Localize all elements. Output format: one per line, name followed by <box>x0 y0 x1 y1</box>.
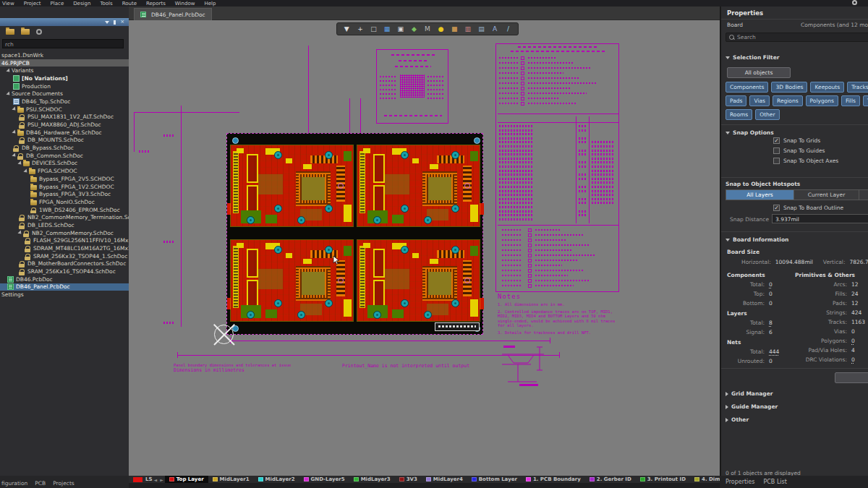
section-other[interactable]: Other <box>726 416 749 423</box>
tree-item[interactable]: DB46_Top.SchDoc <box>0 98 129 106</box>
projects-settings-icon[interactable] <box>36 29 42 35</box>
menu-item-window[interactable]: Window <box>175 1 195 7</box>
stat-value[interactable]: 8 <box>765 318 793 328</box>
board-3d-icon[interactable]: ▦ <box>381 25 393 33</box>
layer-tab-midlayer3[interactable]: MidLayer3 <box>349 476 395 483</box>
filter-button-pads[interactable]: Pads <box>726 95 746 106</box>
filter-icon[interactable]: ▼ <box>341 25 352 33</box>
checkbox-snap-to-guides[interactable] <box>773 147 780 154</box>
layer-tab-gnd-layer5[interactable]: GND-Layer5 <box>299 476 349 483</box>
layer-tab-2-gerber-id[interactable]: 2. Gerber ID <box>585 476 636 483</box>
filter-button-fills[interactable]: Fills <box>841 95 860 106</box>
expand-arrow-icon[interactable] <box>6 68 11 73</box>
tree-item[interactable]: [No Variations] <box>0 74 129 82</box>
tree-item[interactable]: PSU.SCHDOC <box>0 106 129 114</box>
tree-item[interactable]: DB46_Panel.PcbDoc <box>0 283 129 291</box>
route-icon[interactable]: ◆ <box>408 25 420 33</box>
highlight-icon[interactable]: ● <box>435 25 447 33</box>
dock-tab-projects[interactable]: Projects <box>53 480 75 487</box>
menu-item-route[interactable]: Route <box>122 1 137 7</box>
tree-item[interactable]: SRAM_256Kx32_TSOP44_1.SchDoc <box>0 252 129 260</box>
snap-board-outline-row[interactable]: ✓ Snap To Board Outline <box>773 205 843 211</box>
panel-close-icon[interactable]: × <box>120 20 124 25</box>
add-project-icon[interactable] <box>21 29 30 35</box>
dock-tab-pcb[interactable]: PCB <box>35 480 46 487</box>
filter-button-rooms[interactable]: Rooms <box>726 109 752 120</box>
checkbox-snap-to-grids[interactable]: ✓ <box>773 137 780 144</box>
dimension-icon[interactable]: M <box>422 25 433 33</box>
select-area-icon[interactable]: □ <box>368 25 380 33</box>
tree-item[interactable]: DB_Common.SchDoc <box>0 152 129 160</box>
expand-arrow-icon[interactable] <box>6 91 11 96</box>
dock-tab-figuration[interactable]: figuration <box>1 480 27 487</box>
tree-item[interactable]: DB_Bypass.SchDoc <box>0 144 129 152</box>
filter-button-3d-bodies[interactable]: 3D Bodies <box>771 82 807 93</box>
tree-item[interactable]: DB46.PcbDoc <box>0 275 129 283</box>
layer-tab-midlayer4[interactable]: MidLayer4 <box>422 476 467 483</box>
tree-item[interactable]: Bypass_FPGA_1V2.SCHDOC <box>0 183 129 191</box>
panel-dropdown-icon[interactable] <box>105 21 109 24</box>
move-icon[interactable]: + <box>354 25 366 33</box>
menu-item-reports[interactable]: Reports <box>146 1 166 7</box>
reports-button[interactable]: Re <box>835 372 868 383</box>
checkbox-board-outline[interactable]: ✓ <box>773 205 780 211</box>
tree-item[interactable]: PSU_MAX1831_1V2_ALT.SchDoc <box>0 114 129 121</box>
section-guide-manager[interactable]: Guide Manager <box>726 403 778 410</box>
filter-button-keepouts[interactable]: Keepouts <box>810 82 844 93</box>
expand-arrow-icon[interactable] <box>12 107 17 112</box>
tree-item[interactable]: NB2_CommonMemory.SchDoc <box>0 229 129 237</box>
snap-checkbox-row[interactable]: Snap To Guides <box>773 147 825 154</box>
line-icon[interactable]: / <box>503 25 514 33</box>
expand-arrow-icon[interactable] <box>23 168 28 174</box>
drawing-area[interactable]: ▼+□▦▣◆M●■▥▤A/ Notes1. All dimensions are… <box>129 20 720 476</box>
tree-item[interactable]: SDRAM_MT48LC16M16A2TG_16Mx32.1 <box>0 244 129 252</box>
dock-tab-properties[interactable]: Properties <box>726 479 754 485</box>
section-selection-filter[interactable]: Selection Filter <box>726 54 780 61</box>
tree-item[interactable]: Production <box>0 82 129 90</box>
text-icon[interactable]: A <box>489 25 501 33</box>
document-tab[interactable]: DB46_Panel.PcbDoc <box>134 8 212 20</box>
filter-button-text[interactable]: Text <box>863 95 868 106</box>
menu-item-project[interactable]: Project <box>24 1 41 7</box>
layer-scroll-right-icon[interactable]: ► <box>160 477 163 482</box>
section-board-information[interactable]: Board Information <box>726 236 788 243</box>
snap-distance-input[interactable]: 3.937mil <box>772 214 868 223</box>
segment-current-layer[interactable]: Current Layer <box>794 189 859 200</box>
stat-value[interactable]: 0 <box>847 336 868 346</box>
stat-value[interactable]: 0 <box>765 280 793 289</box>
expand-arrow-icon[interactable] <box>12 130 17 135</box>
expand-arrow-icon[interactable] <box>17 231 22 236</box>
layer-stack-icon[interactable]: ■ <box>448 25 460 33</box>
gear-icon[interactable] <box>852 0 857 5</box>
tree-item[interactable]: DB46_Hardware_Kit.SchDoc <box>0 129 129 137</box>
layer-tab-midlayer1[interactable]: MidLayer1 <box>208 476 254 483</box>
measure-icon[interactable]: ▤ <box>475 25 487 33</box>
filter-button-polygons[interactable]: Polygons <box>806 95 838 106</box>
fill-icon[interactable]: ▣ <box>395 25 407 33</box>
layer-tab-top-layer[interactable]: Top Layer <box>165 476 208 483</box>
expand-arrow-icon[interactable] <box>12 153 17 158</box>
tree-item[interactable]: Settings <box>0 291 129 299</box>
snap-checkbox-row[interactable]: Snap To Object Axes <box>773 158 838 164</box>
tree-item[interactable]: 1WB_DS2406_EPROM.SchDoc <box>0 206 129 214</box>
layer-set-button[interactable]: LS <box>145 476 153 482</box>
tree-item[interactable]: Bypass_FPGA_2V5.SCHDOC <box>0 175 129 183</box>
filter-button-components[interactable]: Components <box>726 82 768 93</box>
tree-item[interactable]: PSU_MAX8860_ADJ.SchDoc <box>0 121 129 129</box>
tree-item[interactable]: NB2_CommonMemory_Termination.SchD <box>0 213 129 221</box>
layer-tab-4-dimensions[interactable]: 4. Dimensions <box>690 476 720 483</box>
properties-search-input[interactable]: Search <box>726 33 868 42</box>
tree-item[interactable]: DB_LEDS.SchDoc <box>0 221 129 229</box>
layer-tab-3v3[interactable]: 3V3 <box>395 476 422 483</box>
checkbox-snap-to-object-axes[interactable] <box>773 158 780 164</box>
segment-all-layers[interactable]: All Layers <box>726 189 794 200</box>
tree-item[interactable]: SRAM_256Kx16_TSOP44.SchDoc <box>0 267 129 275</box>
expand-arrow-icon[interactable] <box>17 160 22 166</box>
dock-tab-pcb-list[interactable]: PCB List <box>763 479 786 485</box>
layer-scroll-left-icon[interactable]: ◄ <box>154 477 158 482</box>
projects-search-input[interactable]: rch <box>2 39 124 48</box>
menu-item-design[interactable]: Design <box>73 1 90 7</box>
layer-tab-1-pcb-boundary[interactable]: 1. PCB Boundary <box>522 476 585 483</box>
segment-off[interactable]: Off <box>859 189 868 200</box>
tree-item[interactable]: DB_MOUNTS.SchDoc <box>0 137 129 145</box>
